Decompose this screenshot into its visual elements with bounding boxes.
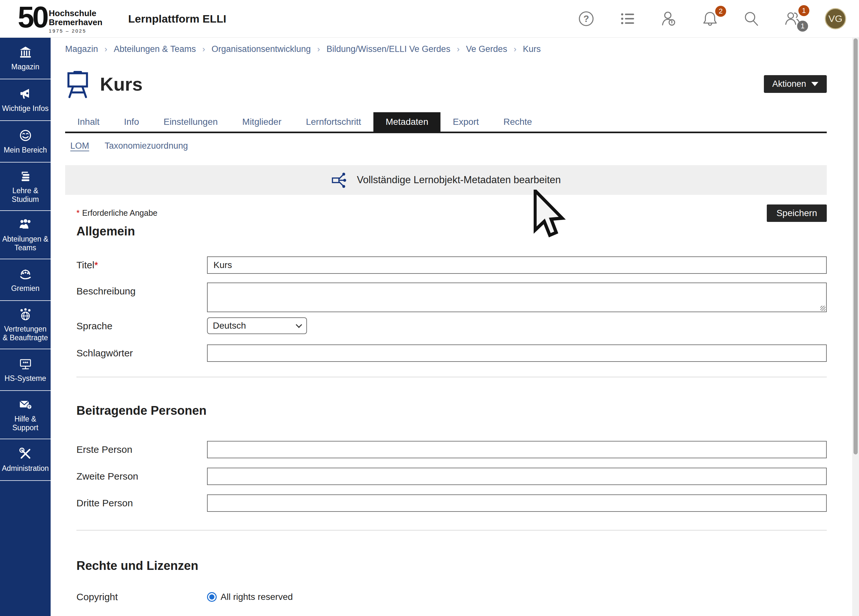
main-content: Magazin › Abteilungen & Teams › Organisa… xyxy=(51,38,843,602)
chevron-right-icon: › xyxy=(514,44,517,54)
tools-icon xyxy=(19,447,33,461)
field-label-zweite-person: Zweite Person xyxy=(77,467,207,482)
field-label-titel: Titel* xyxy=(77,256,207,270)
subtab-lom[interactable]: LOM xyxy=(70,141,89,151)
sidebar-item-vertretungen[interactable]: Vertretungen & Beauftragte xyxy=(0,301,51,349)
search-icon[interactable] xyxy=(742,10,760,28)
zweite-person-input[interactable] xyxy=(207,467,827,485)
tab-einstellungen[interactable]: Einstellungen xyxy=(151,112,230,131)
sidebar-item-lehre-studium[interactable]: Lehre & Studium xyxy=(0,163,51,211)
tab-export[interactable]: Export xyxy=(440,112,491,131)
breadcrumb-item[interactable]: Abteilungen & Teams xyxy=(114,44,196,54)
sidebar-item-mein-bereich[interactable]: Mein Bereich xyxy=(0,121,51,163)
breadcrumb-item[interactable]: Ve Gerdes xyxy=(466,44,507,54)
breadcrumb-item[interactable]: Kurs xyxy=(523,44,541,54)
sidebar-item-hs-systeme[interactable]: *** HS-Systeme xyxy=(0,349,51,391)
committee-icon xyxy=(19,267,33,281)
tab-bar: Inhalt Info Einstellungen Mitglieder Ler… xyxy=(65,112,827,133)
section-divider xyxy=(77,377,827,377)
sidebar-item-administration[interactable]: Administration xyxy=(0,439,51,481)
university-logo: 50 Hochschule Bremerhaven 1975 – 2025 xyxy=(18,4,103,34)
copyright-radio[interactable] xyxy=(207,592,217,602)
required-note: *Erforderliche Angabe xyxy=(77,208,157,218)
breadcrumb-item[interactable]: Bildung/Wissen/ELLI Ve Gerdes xyxy=(326,44,450,54)
svg-text:?: ? xyxy=(28,405,30,409)
sidebar: Magazin Wichtige Infos Mein Bereich Lehr… xyxy=(0,38,51,616)
sidebar-item-abteilungen-teams[interactable]: Abteilungen & Teams xyxy=(0,211,51,259)
dritte-person-input[interactable] xyxy=(207,494,827,512)
radio-dot xyxy=(209,594,214,600)
help-icon[interactable]: ? xyxy=(577,10,595,28)
mail-question-icon: ? xyxy=(19,397,33,411)
breadcrumb-item[interactable]: Organisationsentwicklung xyxy=(211,44,311,54)
sprache-select[interactable]: Deutsch xyxy=(207,317,307,334)
sidebar-item-hilfe-support[interactable]: ? Hilfe & Support xyxy=(0,391,51,439)
metadata-hub-icon xyxy=(331,171,349,189)
subtab-bar: LOM Taxonomiezuordnung xyxy=(65,141,827,151)
metadata-form: Allgemein Titel* Beschreibung Sprache De… xyxy=(65,225,827,602)
metadata-bar: Vollständige Lernobjekt-Metadaten bearbe… xyxy=(65,165,827,195)
logo-name-1: Hochschule xyxy=(49,9,102,18)
page-title: Kurs xyxy=(100,73,142,95)
tab-rechte[interactable]: Rechte xyxy=(491,112,544,131)
megaphone-icon xyxy=(19,87,33,101)
erste-person-input[interactable] xyxy=(207,441,827,458)
user-alert-icon[interactable] xyxy=(660,10,678,28)
header: 50 Hochschule Bremerhaven 1975 – 2025 Le… xyxy=(0,0,859,38)
globe-people-icon xyxy=(19,307,33,322)
tab-inhalt[interactable]: Inhalt xyxy=(65,112,112,131)
required-asterisk: * xyxy=(77,208,80,217)
people-icon xyxy=(19,217,33,231)
required-asterisk: * xyxy=(94,260,98,270)
titel-input[interactable] xyxy=(207,256,827,274)
chevron-right-icon: › xyxy=(105,44,108,54)
field-label-copyright: Copyright xyxy=(77,591,207,602)
section-title-beitragende: Beitragende Personen xyxy=(77,404,827,417)
contacts-total-badge: 1 xyxy=(797,20,808,31)
tab-lernfortschritt[interactable]: Lernfortschritt xyxy=(294,112,373,131)
save-button[interactable]: Speichern xyxy=(767,205,827,222)
contacts-new-badge: 1 xyxy=(798,5,809,16)
field-label-beschreibung: Beschreibung xyxy=(77,283,207,297)
svg-text:?: ? xyxy=(583,14,589,24)
beschreibung-textarea[interactable] xyxy=(207,283,827,312)
tab-mitglieder[interactable]: Mitglieder xyxy=(230,112,294,131)
smiley-icon xyxy=(19,128,33,142)
section-title-allgemein: Allgemein xyxy=(77,225,827,238)
vertical-scrollbar[interactable] xyxy=(852,38,859,616)
logo-name-2: Bremerhaven xyxy=(49,18,102,27)
breadcrumb-item[interactable]: Magazin xyxy=(65,44,98,54)
edit-full-metadata-link[interactable]: Vollständige Lernobjekt-Metadaten bearbe… xyxy=(331,171,561,189)
section-divider xyxy=(77,530,827,530)
copyright-radio-label: All rights reserved xyxy=(220,592,293,602)
resize-grip[interactable] xyxy=(820,306,825,311)
chevron-right-icon: › xyxy=(317,44,320,54)
course-easel-icon xyxy=(65,69,90,99)
logo-50: 50 xyxy=(18,4,47,30)
subtab-taxonomiezuordnung[interactable]: Taxonomiezuordnung xyxy=(105,141,188,151)
svg-text:***: *** xyxy=(23,361,28,366)
users-icon[interactable]: 1 1 xyxy=(784,10,801,28)
field-label-dritte-person: Dritte Person xyxy=(77,494,207,509)
field-label-sprache: Sprache xyxy=(77,317,207,331)
actions-button[interactable]: Aktionen xyxy=(764,75,827,93)
avatar[interactable]: VG xyxy=(825,8,846,29)
bell-icon[interactable]: 2 xyxy=(701,10,719,28)
books-icon xyxy=(19,169,33,183)
section-title-rechte: Rechte und Lizenzen xyxy=(77,559,827,573)
tab-info[interactable]: Info xyxy=(112,112,151,131)
chevron-down-icon xyxy=(296,322,302,328)
list-icon[interactable] xyxy=(618,10,637,28)
field-label-erste-person: Erste Person xyxy=(77,441,207,455)
scrollbar-thumb[interactable] xyxy=(854,38,858,454)
caret-down-icon xyxy=(811,82,818,86)
tab-metadaten[interactable]: Metadaten xyxy=(373,112,440,131)
sidebar-item-gremien[interactable]: Gremien xyxy=(0,259,51,301)
schlagwoerter-input[interactable] xyxy=(207,344,827,362)
sidebar-item-magazin[interactable]: Magazin xyxy=(0,38,51,79)
logo-years: 1975 – 2025 xyxy=(49,28,102,34)
breadcrumb: Magazin › Abteilungen & Teams › Organisa… xyxy=(65,38,827,59)
chevron-right-icon: › xyxy=(457,44,460,54)
sidebar-filler xyxy=(0,481,51,616)
sidebar-item-wichtige-infos[interactable]: Wichtige Infos xyxy=(0,79,51,121)
